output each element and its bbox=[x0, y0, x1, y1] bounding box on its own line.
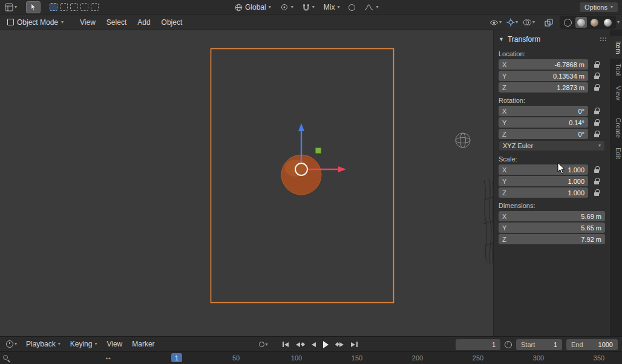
current-frame-field[interactable]: 1 bbox=[456, 339, 500, 350]
lock-button[interactable] bbox=[588, 119, 605, 126]
dimensions-z-row: Z 7.92 m bbox=[499, 234, 605, 244]
options-button[interactable]: Options ▾ bbox=[579, 2, 618, 13]
scale-x-field[interactable]: X 1.000 bbox=[499, 164, 588, 175]
select-mode-subtract-icon[interactable] bbox=[70, 3, 78, 11]
menu-view[interactable]: View bbox=[76, 17, 100, 28]
jump-to-end-button[interactable] bbox=[348, 339, 361, 351]
chevron-down-icon: ▾ bbox=[61, 20, 64, 25]
lock-icon bbox=[594, 73, 600, 79]
mode-dropdown[interactable]: Object Mode ▾ bbox=[5, 16, 66, 29]
select-mode-extend-icon[interactable] bbox=[60, 3, 68, 11]
select-mode-new-icon[interactable] bbox=[50, 3, 57, 11]
bar-icon bbox=[283, 342, 284, 347]
end-label: End bbox=[571, 341, 583, 348]
timeline-ruler[interactable]: ↔ 50 100 150 200 250 300 350 1 bbox=[0, 351, 622, 364]
wireframe-mesh-partial[interactable] bbox=[483, 179, 493, 265]
timeline-editor-type-button[interactable]: ▾ bbox=[5, 338, 18, 350]
lock-icon bbox=[594, 108, 600, 114]
lock-button[interactable] bbox=[588, 131, 605, 137]
current-frame-marker[interactable]: 1 bbox=[171, 353, 182, 362]
tab-tool[interactable]: Tool bbox=[610, 59, 622, 80]
gizmos-toggle[interactable]: ▾ bbox=[505, 18, 520, 27]
wireframe-sphere-icon bbox=[564, 19, 572, 27]
shading-material-button[interactable] bbox=[589, 17, 600, 28]
jump-to-start-button[interactable] bbox=[280, 339, 292, 351]
shading-rendered-button[interactable] bbox=[602, 17, 614, 28]
lock-icon bbox=[594, 178, 600, 184]
lock-button[interactable] bbox=[588, 61, 605, 68]
prev-keyframe-button[interactable] bbox=[293, 339, 307, 351]
location-y-field[interactable]: Y 0.13534 m bbox=[499, 71, 588, 81]
proportional-editing-toggle[interactable] bbox=[346, 1, 358, 13]
lock-button[interactable] bbox=[588, 166, 605, 173]
panel-grip-icon[interactable] bbox=[600, 37, 601, 39]
play-button[interactable] bbox=[320, 339, 332, 351]
select-mode-invert-icon[interactable] bbox=[80, 3, 88, 11]
tab-edit[interactable]: Edit bbox=[610, 143, 622, 164]
keyframe-diamond-icon bbox=[335, 342, 339, 346]
dimensions-x-field[interactable]: X 5.69 m bbox=[499, 211, 605, 221]
playback-menu[interactable]: Playback ▾ bbox=[24, 340, 62, 348]
editor-type-button[interactable]: ▾ bbox=[4, 1, 18, 13]
axis-label: X bbox=[502, 61, 506, 68]
auto-keying-button[interactable]: ▾ bbox=[256, 339, 271, 351]
overlays-toggle[interactable]: ▾ bbox=[521, 19, 537, 26]
gizmo-x-arrowhead[interactable] bbox=[338, 166, 346, 172]
overlays-icon bbox=[523, 19, 532, 26]
location-x-field[interactable]: X -6.7868 m bbox=[499, 59, 588, 70]
playback-range-clock-icon[interactable] bbox=[505, 341, 512, 348]
viewport-3d[interactable] bbox=[0, 30, 493, 336]
timeline-view-menu[interactable]: View bbox=[105, 340, 124, 348]
next-keyframe-button[interactable] bbox=[333, 339, 347, 351]
pivot-point-dropdown[interactable]: ▾ bbox=[278, 1, 296, 13]
menu-add[interactable]: Add bbox=[133, 17, 154, 28]
shading-solid-button[interactable] bbox=[575, 17, 587, 28]
play-reverse-button[interactable] bbox=[309, 339, 319, 351]
rotation-y-field[interactable]: Y 0.14° bbox=[499, 117, 588, 128]
rotation-mode-dropdown[interactable]: XYZ Euler ▾ bbox=[499, 140, 605, 151]
chevron-down-icon: ▾ bbox=[598, 143, 601, 148]
keying-menu[interactable]: Keying ▾ bbox=[68, 340, 99, 348]
lock-button[interactable] bbox=[588, 108, 605, 114]
tab-view[interactable]: View bbox=[610, 81, 622, 105]
snap-toggle-button[interactable]: ▾ bbox=[300, 1, 317, 13]
transform-orientation-dropdown[interactable]: Global ▾ bbox=[232, 1, 273, 13]
panel-disclosure-icon[interactable]: ▼ bbox=[499, 36, 504, 42]
shading-dropdown-icon[interactable]: ▾ bbox=[617, 20, 620, 25]
object-visibility-dropdown[interactable]: ▾ bbox=[488, 19, 503, 26]
menu-object[interactable]: Object bbox=[157, 17, 187, 28]
lock-button[interactable] bbox=[588, 84, 605, 91]
scale-y-field[interactable]: Y 1.000 bbox=[499, 176, 588, 186]
marker-menu[interactable]: Marker bbox=[130, 340, 156, 348]
proportional-falloff-dropdown[interactable]: ▾ bbox=[362, 1, 381, 13]
rotation-x-field[interactable]: X 0° bbox=[499, 106, 588, 116]
frame-end-field[interactable]: End 1000 bbox=[566, 339, 618, 350]
lock-button[interactable] bbox=[588, 189, 605, 196]
start-value: 1 bbox=[554, 341, 557, 348]
dimensions-z-field[interactable]: Z 7.92 m bbox=[499, 234, 605, 244]
lock-button[interactable] bbox=[588, 73, 605, 79]
rotation-z-field[interactable]: Z 0° bbox=[499, 129, 588, 139]
chevron-down-icon: ▾ bbox=[269, 5, 271, 10]
select-mode-intersect-icon[interactable] bbox=[91, 3, 99, 11]
end-value: 1000 bbox=[598, 341, 613, 348]
dimensions-y-field[interactable]: Y 5.65 m bbox=[499, 223, 605, 233]
scale-z-field[interactable]: Z 1.000 bbox=[499, 187, 588, 198]
tab-item[interactable]: Item bbox=[610, 36, 622, 59]
empty-sphere-object[interactable] bbox=[456, 133, 470, 148]
menu-select[interactable]: Select bbox=[102, 17, 131, 28]
snap-with-dropdown[interactable]: Mix ▾ bbox=[321, 1, 342, 13]
field-value: 5.65 m bbox=[581, 224, 601, 232]
shading-wireframe-button[interactable] bbox=[562, 17, 574, 28]
frame-start-field[interactable]: Start 1 bbox=[516, 339, 562, 350]
clock-icon bbox=[6, 340, 13, 348]
active-tool-button[interactable] bbox=[26, 1, 41, 13]
field-value: 7.92 m bbox=[581, 236, 601, 243]
tab-create[interactable]: Create bbox=[610, 113, 622, 143]
xray-toggle[interactable] bbox=[543, 19, 555, 27]
panel-header-transform[interactable]: ▼ Transform bbox=[499, 33, 605, 46]
gizmo-z-arrowhead[interactable] bbox=[298, 123, 304, 131]
gizmo-y-handle[interactable] bbox=[316, 148, 321, 154]
location-z-field[interactable]: Z 1.2873 m bbox=[499, 82, 588, 93]
lock-button[interactable] bbox=[588, 178, 605, 184]
